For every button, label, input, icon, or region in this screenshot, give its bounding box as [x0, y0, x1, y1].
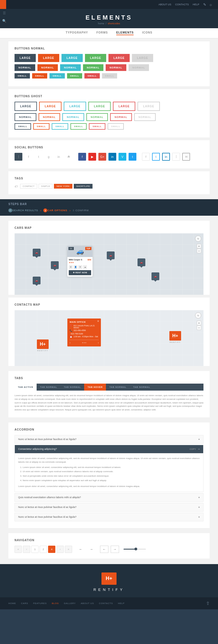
globe-icon[interactable]: ☼	[209, 3, 212, 7]
contact-prev[interactable]: ‹	[70, 341, 70, 344]
btn-red-normal[interactable]: NORMAL	[106, 64, 126, 71]
scroll-top-button[interactable]: ⇧	[206, 601, 210, 606]
step-1-label[interactable]: SEARCH RESULTS	[12, 209, 38, 212]
accordion-header-4[interactable]: Nunc ut lectus at risus pulvinar faucibu…	[15, 503, 203, 511]
youtube-button[interactable]: ▶	[88, 153, 96, 161]
tab-elements[interactable]: Elements	[116, 31, 134, 35]
ghost-red-normal[interactable]: NORMAL	[110, 113, 132, 121]
btn-light-large[interactable]: LARGE	[132, 54, 153, 62]
ghost-green-normal[interactable]: NORMAL	[86, 113, 108, 121]
ghost-orange-normal[interactable]: NORMAL	[39, 113, 60, 121]
google-plain-button[interactable]: g	[45, 153, 53, 161]
tab-icons[interactable]: Icons	[142, 31, 152, 35]
car-pin-3[interactable]: 🚗	[107, 251, 115, 259]
car-pin-5[interactable]: 🚗	[151, 272, 159, 280]
contacts-zoom-in[interactable]: +	[197, 321, 201, 325]
footer-home[interactable]: Home	[8, 602, 16, 605]
email-outline-button[interactable]: ✉	[182, 153, 190, 161]
linkedin-plain-button[interactable]: in	[55, 153, 63, 161]
arrow-left[interactable]: ←	[77, 546, 85, 553]
btn-dark-large[interactable]: LARGE	[15, 54, 36, 62]
car-pin-2[interactable]: 🚗	[51, 261, 59, 269]
rent-now-button[interactable]: ✚ RENT NOW	[69, 270, 91, 275]
contact-card-close[interactable]: ✕	[97, 320, 99, 323]
step-3-label[interactable]: CONFIRM	[75, 209, 89, 212]
help-link[interactable]: Help	[193, 3, 200, 6]
footer-features[interactable]: Features	[33, 602, 47, 605]
btn-red-large[interactable]: LARGE	[108, 54, 130, 62]
page-first[interactable]: «	[15, 546, 22, 553]
twitter-plain-button[interactable]: t	[35, 153, 42, 161]
ghost-green-small[interactable]: SMALL	[70, 123, 87, 130]
btn-light-normal[interactable]: NORMAL	[129, 64, 149, 71]
btn-orange-large[interactable]: LARGE	[38, 54, 59, 62]
footer-gallery[interactable]: Gallery	[64, 602, 76, 605]
footer-cars[interactable]: Cars	[21, 602, 28, 605]
facebook-plain-button[interactable]: f	[25, 153, 32, 161]
tag-compact[interactable]: COMPACT	[20, 184, 37, 189]
tab-2[interactable]: TAB NORMAL	[60, 384, 84, 391]
btn-dark-normal[interactable]: NORMAL	[15, 64, 35, 71]
btn-red-small[interactable]: SMALL	[84, 73, 100, 79]
car-pin-6[interactable]: 🚗	[33, 277, 41, 284]
ghost-orange-small[interactable]: SMALL	[33, 123, 50, 130]
arrow-right-outline[interactable]: →	[111, 546, 119, 553]
contact-logo-marker-right[interactable]: H+ RENTIFY	[169, 331, 181, 343]
arrow-right[interactable]: →	[87, 546, 96, 553]
vimeo-button[interactable]: V	[119, 153, 126, 161]
tab-0[interactable]: TAB ACTIVE	[15, 384, 37, 391]
accordion-header-3[interactable]: Quis nostrud exercitation ullamco labori…	[15, 493, 203, 502]
page-2[interactable]: 2	[40, 546, 47, 553]
twitter-button[interactable]: t	[129, 153, 136, 161]
btn-cyan-normal[interactable]: NORMAL	[60, 64, 81, 71]
menu-icon[interactable]: ☰	[3, 11, 6, 15]
facebook-button[interactable]: f	[78, 153, 86, 161]
btn-cyan-large[interactable]: LARGE	[61, 54, 83, 62]
footer-help[interactable]: Help	[118, 602, 125, 605]
step-2-label[interactable]: CAR OPTIONS	[47, 209, 67, 212]
tab-5[interactable]: TAB NORMAL	[130, 384, 153, 391]
contacts-link[interactable]: Contacts	[175, 3, 189, 6]
accordion-header-5[interactable]: Nunc ut lectus at risus pulvinar faucibu…	[15, 513, 203, 521]
instagram-plain-button[interactable]: ☘	[65, 153, 73, 161]
btn-orange-small[interactable]: SMALL	[32, 73, 48, 79]
tab-forms[interactable]: Forms	[96, 31, 108, 35]
tab-1[interactable]: TAB NORMAL	[37, 384, 60, 391]
ghost-orange-large[interactable]: LARGE	[39, 102, 61, 111]
about-us-link[interactable]: About Us	[158, 3, 171, 6]
tab-4[interactable]: TAB NORMAL	[106, 384, 130, 391]
contacts-zoom-out[interactable]: −	[197, 325, 201, 330]
share-button[interactable]: ⋮	[15, 153, 22, 161]
car-pin-4[interactable]: 🚗	[138, 258, 145, 266]
btn-orange-normal[interactable]: NORMAL	[37, 64, 58, 71]
contact-next[interactable]: ›	[98, 341, 99, 344]
accordion-header-1[interactable]: Nunc ut lectus at risus pulvinar faucibu…	[15, 435, 203, 443]
footer-contacts[interactable]: Contacts	[99, 602, 113, 605]
ghost-dark-normal[interactable]: NORMAL	[15, 113, 36, 121]
google-plus-button[interactable]: G+	[98, 153, 106, 161]
progress-track[interactable]	[124, 549, 146, 550]
ghost-cyan-normal[interactable]: NORMAL	[62, 113, 84, 121]
ghost-red-small[interactable]: SMALL	[89, 123, 105, 130]
contact-logo-marker-left[interactable]: H+ RENTIFY	[37, 339, 49, 351]
ghost-light-small[interactable]: SMALL	[108, 123, 124, 130]
btn-light-small[interactable]: SMALL	[102, 73, 117, 79]
btn-cyan-small[interactable]: SMALL	[49, 73, 65, 79]
btn-dark-small[interactable]: SMALL	[15, 73, 30, 79]
page-last[interactable]: »	[65, 546, 72, 553]
li-outline-button[interactable]: in	[162, 153, 170, 161]
btn-green-normal[interactable]: NORMAL	[83, 64, 104, 71]
btn-green-small[interactable]: SMALL	[67, 73, 82, 79]
zoom-out-button[interactable]: −	[197, 249, 201, 253]
page-next[interactable]: ›	[56, 546, 64, 553]
rss-outline-button[interactable]: ⏐	[172, 153, 180, 161]
ghost-dark-small[interactable]: SMALL	[15, 123, 31, 130]
tab-3[interactable]: TAB HOVER	[84, 384, 106, 391]
page-4[interactable]: 4	[48, 546, 55, 553]
tab-typography[interactable]: Typography	[66, 31, 88, 35]
ghost-cyan-large[interactable]: LARGE	[64, 102, 86, 111]
search-icon[interactable]: 🔍	[2, 19, 6, 23]
tag-shortlife[interactable]: SHORTLIFE	[74, 184, 93, 189]
page-prev[interactable]: ‹	[23, 546, 30, 553]
user-icon[interactable]: ✎	[203, 3, 206, 7]
